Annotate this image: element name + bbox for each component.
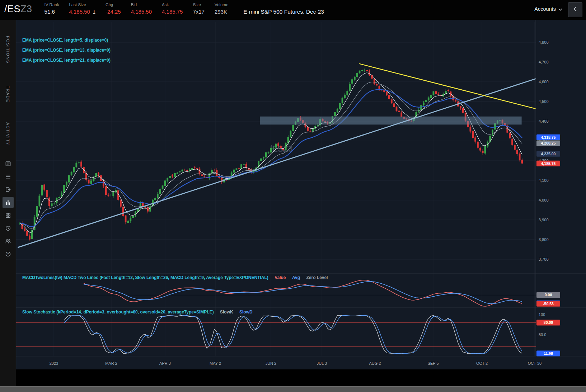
quote-field: Last Size4,185.501 bbox=[69, 3, 95, 15]
svg-text:OCT 2: OCT 2 bbox=[476, 361, 488, 365]
people-icon[interactable] bbox=[3, 236, 14, 247]
svg-text:OCT 30: OCT 30 bbox=[528, 361, 542, 365]
quote-field: Bid4,185.50 bbox=[131, 3, 152, 15]
left-sidebar: POSITIONSTRADEACTIVITY ? bbox=[0, 20, 16, 386]
svg-text:SEP 5: SEP 5 bbox=[428, 361, 439, 365]
svg-text:4,235.00: 4,235.00 bbox=[541, 152, 556, 156]
list-icon[interactable] bbox=[3, 171, 14, 182]
svg-text:3,800: 3,800 bbox=[539, 237, 549, 242]
quote-field-value: 4,185.50 bbox=[131, 9, 152, 15]
quote-field-value: 4,185.75 bbox=[162, 9, 183, 15]
svg-text:AUG 2: AUG 2 bbox=[369, 361, 381, 365]
svg-text:MAR 2: MAR 2 bbox=[105, 361, 117, 365]
quote-field-value: 51.6 bbox=[44, 9, 55, 15]
quote-field-extra: 1 bbox=[93, 9, 95, 15]
macd-legend-value: Value bbox=[275, 275, 286, 280]
svg-text:0.00: 0.00 bbox=[545, 293, 552, 297]
help-icon[interactable]: ? bbox=[3, 249, 14, 260]
macd-legend-avg: Avg bbox=[292, 275, 300, 280]
svg-text:100: 100 bbox=[539, 312, 545, 317]
stochastic-study-label[interactable]: Slow Stochastic (kPeriod=14, dPeriod=3, … bbox=[22, 310, 253, 315]
svg-text:APR 3: APR 3 bbox=[159, 361, 171, 365]
symbol: /ESZ3 bbox=[4, 4, 32, 14]
quote-field: IV Rank51.6 bbox=[44, 3, 59, 15]
svg-text:4,800: 4,800 bbox=[539, 40, 549, 44]
quote-field-label: Last Size bbox=[69, 3, 86, 7]
quote-field-label: Bid bbox=[131, 3, 137, 7]
svg-text:JUL 3: JUL 3 bbox=[317, 361, 327, 365]
chart-icon[interactable] bbox=[3, 197, 14, 208]
svg-text:4,000: 4,000 bbox=[539, 198, 549, 202]
ema-5-study-label[interactable]: EMA (price=CLOSE, length=5, displace=0) bbox=[22, 38, 108, 43]
quote-field: Volume293K bbox=[215, 3, 228, 15]
svg-text:3,900: 3,900 bbox=[539, 218, 549, 222]
svg-text:?: ? bbox=[7, 252, 9, 256]
svg-text:4,288.25: 4,288.25 bbox=[541, 141, 556, 145]
history-icon[interactable] bbox=[3, 223, 14, 234]
news-icon[interactable] bbox=[3, 158, 14, 169]
svg-text:MAY 2: MAY 2 bbox=[210, 361, 221, 365]
svg-text:-50.53: -50.53 bbox=[543, 302, 554, 306]
sidebar-icons: ? bbox=[3, 158, 14, 260]
stochastic-legend-slowk: SlowK bbox=[220, 310, 233, 315]
quote-field-label: Volume bbox=[215, 3, 228, 7]
stochastic-legend-slowd: SlowD bbox=[239, 310, 253, 315]
ema-21-study-label[interactable]: EMA (price=CLOSE, length=21, displace=0) bbox=[22, 58, 111, 63]
sidebar-tab-activity[interactable]: ACTIVITY bbox=[6, 118, 10, 150]
svg-text:4,318.75: 4,318.75 bbox=[541, 135, 556, 140]
quote-header: /ESZ3 IV Rank51.6Last Size4,185.501Chg-2… bbox=[0, 0, 586, 20]
svg-text:2023: 2023 bbox=[50, 361, 58, 365]
collapse-panel-button[interactable] bbox=[568, 2, 582, 17]
quote-field: Ask4,185.75 bbox=[162, 3, 183, 15]
sidebar-tab-positions[interactable]: POSITIONS bbox=[6, 30, 10, 70]
svg-text:50.0: 50.0 bbox=[539, 332, 546, 337]
svg-text:4,100: 4,100 bbox=[539, 178, 549, 183]
svg-text:11.68: 11.68 bbox=[544, 351, 553, 355]
contract-description: E-mini S&P 500 Futures, Dec-23 bbox=[243, 9, 324, 15]
svg-text:80.00: 80.00 bbox=[544, 320, 553, 325]
svg-text:4,700: 4,700 bbox=[539, 60, 549, 64]
chevron-down-icon bbox=[558, 6, 562, 12]
orders-icon[interactable] bbox=[3, 184, 14, 195]
accounts-label: Accounts bbox=[534, 6, 556, 12]
macd-study-label[interactable]: MACDTwoLines(tw) MACD Two Lines (Fast Le… bbox=[22, 275, 328, 280]
svg-text:3,700: 3,700 bbox=[539, 257, 549, 261]
svg-text:4,500: 4,500 bbox=[539, 99, 549, 104]
quote-field-value: 7x17 bbox=[193, 9, 205, 15]
svg-text:JUN 2: JUN 2 bbox=[266, 361, 277, 365]
macd-title: MACDTwoLines(tw) MACD Two Lines (Fast Le… bbox=[22, 275, 268, 280]
chevron-left-icon bbox=[573, 6, 577, 13]
quote-field-label: Ask bbox=[162, 3, 169, 7]
price-chart-canvas[interactable]: 3,7003,8003,9004,0004,1004,2004,3004,400… bbox=[16, 20, 586, 386]
quote-fields: IV Rank51.6Last Size4,185.501Chg-24.25Bi… bbox=[44, 0, 229, 15]
grid-icon[interactable] bbox=[3, 210, 14, 221]
accounts-dropdown[interactable]: Accounts bbox=[534, 6, 562, 12]
sidebar-tab-trade[interactable]: TRADE bbox=[6, 81, 10, 107]
quote-field-label: IV Rank bbox=[44, 3, 59, 7]
macd-legend-zero-level: Zero Level bbox=[306, 275, 328, 280]
svg-text:4,600: 4,600 bbox=[539, 80, 549, 84]
chart-area: 3,7003,8003,9004,0004,1004,2004,3004,400… bbox=[16, 20, 586, 386]
bottom-scrollbar[interactable] bbox=[0, 386, 586, 392]
svg-text:4,400: 4,400 bbox=[539, 119, 549, 123]
quote-field: Chg-24.25 bbox=[106, 3, 121, 15]
quote-field-value: -24.25 bbox=[106, 9, 121, 15]
sidebar-tabs: POSITIONSTRADEACTIVITY bbox=[6, 30, 10, 157]
symbol-suffix: Z3 bbox=[20, 4, 32, 14]
quote-field-label: Chg bbox=[106, 3, 113, 7]
quote-field: Size7x17 bbox=[193, 3, 205, 15]
ema-13-study-label[interactable]: EMA (price=CLOSE, length=13, displace=0) bbox=[22, 48, 111, 53]
quote-field-label: Size bbox=[193, 3, 201, 7]
symbol-root: /ES bbox=[4, 4, 20, 14]
svg-text:4,185.75: 4,185.75 bbox=[541, 161, 556, 166]
quote-field-value: 293K bbox=[215, 9, 227, 15]
stochastic-title: Slow Stochastic (kPeriod=14, dPeriod=3, … bbox=[22, 310, 214, 315]
quote-field-value: 4,185.501 bbox=[69, 9, 95, 15]
